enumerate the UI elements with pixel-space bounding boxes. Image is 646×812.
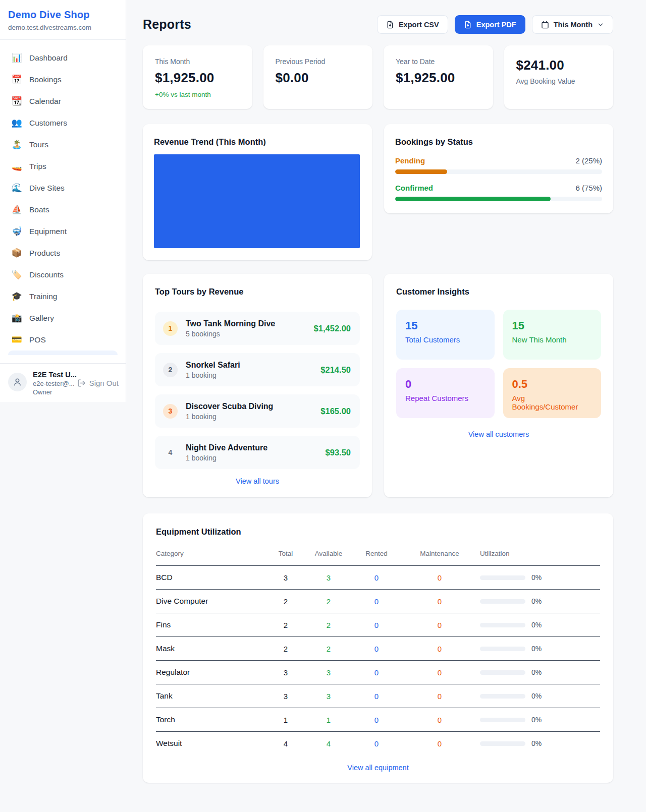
cell-maintenance: 0 — [399, 708, 480, 732]
view-all-customers-link[interactable]: View all customers — [468, 430, 529, 438]
rank-badge: 2 — [163, 363, 178, 377]
sidebar-item-boats[interactable]: ⛵ Boats — [4, 199, 122, 220]
utilization-percent: 0% — [531, 692, 542, 700]
sidebar-item-dashboard[interactable]: 📊 Dashboard — [4, 47, 122, 69]
tour-row[interactable]: 2 Snorkel Safari 1 booking $214.50 — [155, 353, 360, 386]
progress-track — [395, 169, 602, 174]
charts-row: Revenue Trend (This Month) Bookings by S… — [143, 124, 613, 260]
dashboard-icon: 📊 — [11, 53, 22, 62]
calendar-icon: 📆 — [11, 97, 22, 105]
cell-maintenance: 0 — [399, 566, 480, 590]
cell-maintenance: 0 — [399, 637, 480, 661]
tile-label: Repeat Customers — [405, 394, 486, 402]
column-header: Available — [303, 544, 354, 566]
status-row-pending: Pending 2 (25%) — [395, 156, 602, 174]
user-name: E2E Test U... — [33, 371, 71, 379]
cell-total: 3 — [268, 661, 303, 684]
sidebar-item-bookings[interactable]: 📅 Bookings — [4, 69, 122, 90]
cell-maintenance: 0 — [399, 684, 480, 708]
stat-label: Avg Booking Value — [516, 77, 602, 85]
cell-utilization: 0% — [480, 590, 600, 613]
cell-utilization: 0% — [480, 732, 600, 756]
export-pdf-button[interactable]: Export PDF — [455, 15, 525, 34]
sidebar-item-pos[interactable]: 💳 POS — [4, 329, 122, 351]
sidebar-item-training[interactable]: 🎓 Training — [4, 285, 122, 307]
stat-label: This Month — [155, 57, 240, 66]
tour-amount: $214.50 — [320, 365, 351, 375]
column-header: Total — [268, 544, 303, 566]
tile-label: New This Month — [512, 335, 593, 344]
export-csv-button[interactable]: Export CSV — [377, 15, 448, 34]
tour-row[interactable]: 4 Night Dive Adventure 1 booking $93.50 — [155, 436, 360, 469]
person-icon — [13, 377, 22, 387]
top-tours-title: Top Tours by Revenue — [155, 287, 360, 297]
sidebar-item-tours[interactable]: 🏝️ Tours — [4, 134, 122, 155]
header-actions: Export CSV Export PDF This Month — [377, 15, 613, 34]
utilization-bar — [480, 599, 525, 604]
cell-category: Tank — [156, 684, 268, 708]
stat-value: $1,925.00 — [396, 70, 481, 86]
utilization-bar — [480, 575, 525, 580]
sign-out-button[interactable]: Sign Out — [77, 379, 119, 387]
period-dropdown[interactable]: This Month — [532, 15, 613, 34]
tour-amount: $1,452.00 — [314, 324, 351, 333]
tile-label: Avg Bookings/Customer — [512, 394, 593, 411]
sidebar-item-reports-partial[interactable] — [8, 351, 118, 355]
tour-row[interactable]: 3 Discover Scuba Diving 1 booking $165.0… — [155, 394, 360, 428]
package-icon: 📦 — [11, 249, 22, 257]
cell-category: BCD — [156, 566, 268, 590]
sidebar-item-label: POS — [29, 335, 46, 344]
stats-row: This Month $1,925.00 +0% vs last month P… — [143, 45, 613, 109]
table-row: Regulator 3 3 0 0 0% — [156, 661, 600, 684]
rank-badge: 1 — [163, 321, 178, 336]
tour-row[interactable]: 1 Two Tank Morning Dive 5 bookings $1,45… — [155, 312, 360, 345]
top-tours-card: Top Tours by Revenue 1 Two Tank Morning … — [143, 274, 372, 497]
utilization-bar — [480, 718, 525, 722]
utilization-percent: 0% — [531, 597, 542, 605]
sidebar-item-products[interactable]: 📦 Products — [4, 242, 122, 264]
customer-insights-title: Customer Insights — [396, 287, 601, 297]
sidebar-item-label: Tours — [29, 140, 48, 149]
period-label: This Month — [554, 21, 593, 29]
tile-value: 15 — [512, 319, 593, 332]
tag-icon: 🏷️ — [11, 270, 22, 279]
sidebar-item-discounts[interactable]: 🏷️ Discounts — [4, 264, 122, 285]
sidebar-item-trips[interactable]: 🚤 Trips — [4, 155, 122, 177]
page-header: Reports Export CSV Export PDF — [143, 15, 613, 34]
tile-value: 0.5 — [512, 378, 593, 391]
column-header: Utilization — [480, 544, 600, 566]
sidebar-item-gallery[interactable]: 📸 Gallery — [4, 307, 122, 329]
view-all-equipment-link[interactable]: View all equipment — [347, 764, 408, 772]
sidebar-item-label: Customers — [29, 119, 67, 128]
progress-fill-confirmed — [395, 197, 551, 201]
sidebar-item-label: Training — [29, 292, 57, 301]
table-header-row: Category Total Available Rented Maintena… — [156, 544, 600, 566]
stat-card-avg-booking-value: $241.00 Avg Booking Value — [504, 45, 614, 109]
stat-delta: +0% vs last month — [155, 91, 240, 98]
cell-available: 3 — [303, 661, 354, 684]
page-title: Reports — [143, 17, 191, 32]
sidebar-item-calendar[interactable]: 📆 Calendar — [4, 90, 122, 112]
cell-utilization: 0% — [480, 637, 600, 661]
sidebar-item-dive-sites[interactable]: 🌊 Dive Sites — [4, 177, 122, 199]
sidebar-item-customers[interactable]: 👥 Customers — [4, 112, 122, 134]
equipment-utilization-card: Equipment Utilization Category Total Ava… — [143, 513, 613, 783]
stat-value: $0.00 — [276, 70, 361, 86]
cell-rented: 0 — [354, 732, 399, 756]
tour-name: Two Tank Morning Dive — [186, 319, 275, 328]
tour-list: 1 Two Tank Morning Dive 5 bookings $1,45… — [155, 312, 360, 469]
camera-icon: 📸 — [11, 314, 22, 322]
cell-maintenance: 0 — [399, 661, 480, 684]
cell-utilization: 0% — [480, 661, 600, 684]
utilization-bar — [480, 623, 525, 627]
sidebar-item-equipment[interactable]: 🤿 Equipment — [4, 220, 122, 242]
shop-name-link[interactable]: Demo Dive Shop — [8, 9, 118, 21]
customer-insights-card: Customer Insights 15 Total Customers 15 … — [384, 274, 613, 497]
revenue-trend-bar — [154, 154, 360, 248]
revenue-trend-card: Revenue Trend (This Month) — [143, 124, 372, 260]
diving-mask-icon: 🤿 — [11, 227, 22, 236]
view-all-tours-link[interactable]: View all tours — [236, 477, 279, 485]
tile-repeat-customers: 0 Repeat Customers — [396, 368, 495, 418]
cell-available: 2 — [303, 637, 354, 661]
cell-utilization: 0% — [480, 684, 600, 708]
